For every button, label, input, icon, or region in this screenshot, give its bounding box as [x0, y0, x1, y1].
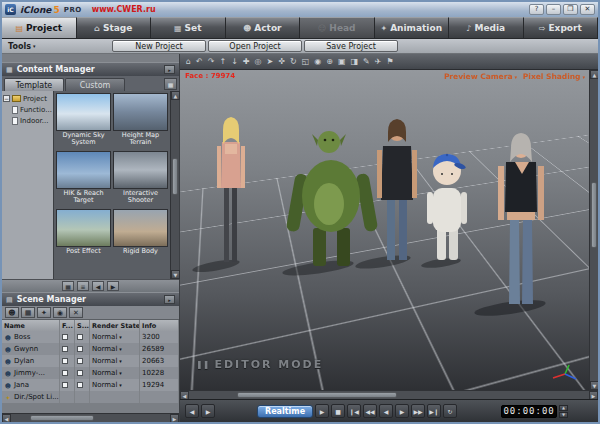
viewport-canvas[interactable]: Face : 79974 Preview Camera ▾ Pixel Shad… [180, 70, 589, 390]
time-spinner-up[interactable]: ▲ [559, 405, 568, 411]
undo-icon[interactable]: ↶ [196, 58, 203, 66]
tab-stage[interactable]: ⌂ Stage [77, 17, 152, 38]
freeze-checkbox[interactable] [62, 370, 68, 376]
column-render-state[interactable]: Render State [90, 320, 140, 331]
tab-export[interactable]: ⇨ Export [524, 17, 599, 38]
filter-camera-icon[interactable]: ◉ [53, 307, 67, 318]
filter-prop-icon[interactable]: ▦ [21, 307, 35, 318]
prev-page-icon[interactable]: ◀ [92, 281, 104, 291]
scroll-track[interactable] [11, 414, 170, 422]
next-key-button[interactable]: ▶▶ [411, 404, 425, 418]
list-view-icon[interactable]: ≡ [77, 281, 89, 291]
table-row[interactable]: Jana Normal ▾ 19294 [2, 379, 179, 391]
move-tool-icon[interactable]: ✜ [278, 58, 285, 66]
tab-project[interactable]: ▤ Project [2, 17, 77, 38]
scale-tool-icon[interactable]: ◱ [302, 58, 310, 66]
character-blonde-woman[interactable] [192, 117, 245, 275]
delete-item-icon[interactable]: ✕ [69, 307, 83, 318]
scroll-thumb[interactable] [172, 158, 178, 195]
scroll-thumb[interactable] [237, 392, 397, 398]
character-baby-blue-cap[interactable] [421, 154, 467, 270]
camera-orbit-icon[interactable]: ◉ [314, 58, 321, 66]
play-button[interactable]: ▶ [315, 404, 329, 418]
tab-actor[interactable]: ☻ Actor [226, 17, 301, 38]
realtime-button[interactable]: Realtime [257, 405, 313, 418]
template-dynamic-sky[interactable]: Dynamic Sky System [56, 93, 111, 149]
tree-expander-icon[interactable]: − [3, 95, 10, 102]
flag-icon[interactable]: ⚑ [386, 58, 393, 66]
pixel-shading-dropdown[interactable]: Pixel Shading ▾ [523, 72, 585, 81]
character-green-creature[interactable] [282, 131, 379, 278]
freeze-checkbox[interactable] [62, 382, 68, 388]
scroll-thumb[interactable] [591, 182, 597, 248]
column-name[interactable]: Name [2, 320, 60, 331]
freeze-checkbox[interactable] [62, 346, 68, 352]
scroll-up-icon[interactable]: ▲ [171, 91, 180, 100]
redo-icon[interactable]: ↷ [208, 58, 215, 66]
scene-manager-menu-button[interactable]: ▸ [164, 295, 175, 304]
timeline-scroll-right-button[interactable]: ▶ [201, 404, 215, 418]
rotate-tool-icon[interactable]: ↻ [290, 58, 297, 66]
time-spinner-down[interactable]: ▼ [559, 412, 568, 418]
scroll-track[interactable] [590, 79, 598, 381]
maximize-button[interactable]: ❐ [563, 4, 578, 15]
next-page-icon[interactable]: ▶ [107, 281, 119, 291]
home-icon[interactable]: ⌂ [186, 58, 191, 66]
scroll-track[interactable] [171, 100, 179, 270]
prev-key-button[interactable]: ◀◀ [363, 404, 377, 418]
open-project-button[interactable]: Open Project [208, 40, 302, 52]
thumbnail-view-icon[interactable]: ▦ [62, 281, 74, 291]
tree-item-indoor[interactable]: Indoor... [3, 115, 52, 126]
table-row[interactable]: Jimmy-... Normal ▾ 10228 [2, 367, 179, 379]
view-mode-icon[interactable]: ▣ [338, 58, 346, 66]
show-checkbox[interactable] [77, 346, 83, 352]
table-row[interactable]: Dir./Spot Li... [2, 391, 179, 403]
render-icon[interactable]: ◨ [351, 58, 359, 66]
template-interactive-shooter[interactable]: Interactive Shooter [113, 151, 168, 207]
scroll-down-icon[interactable]: ▼ [590, 381, 599, 390]
scroll-track[interactable] [189, 391, 589, 399]
template-rigid-body[interactable]: Rigid Body [113, 209, 168, 257]
tree-item-function[interactable]: Functio... [3, 104, 52, 115]
camera-zoom-icon[interactable]: ⊕ [326, 58, 333, 66]
stop-button[interactable]: ■ [331, 404, 345, 418]
table-row[interactable]: Boss Normal ▾ 3200 [2, 331, 179, 343]
filter-light-icon[interactable]: ✦ [37, 307, 51, 318]
prev-frame-button[interactable]: ◀ [379, 404, 393, 418]
freeze-checkbox[interactable] [62, 334, 68, 340]
template-height-map[interactable]: Height Map Terrain [113, 93, 168, 149]
loop-button[interactable]: ↻ [443, 404, 457, 418]
render-state-value[interactable]: Normal [92, 357, 117, 365]
scroll-left-icon[interactable]: ◀ [2, 414, 11, 423]
edit-icon[interactable]: ✎ [363, 58, 370, 66]
filter-actor-icon[interactable]: ☻ [5, 307, 19, 318]
tab-animation[interactable]: ✦ Animation [375, 17, 450, 38]
help-button[interactable]: ? [529, 4, 544, 15]
next-frame-button[interactable]: ▶ [395, 404, 409, 418]
character-woman-gray-hair[interactable] [474, 133, 547, 319]
tab-set[interactable]: ▦ Set [151, 17, 226, 38]
column-freeze[interactable]: F... [60, 320, 75, 331]
column-info[interactable]: Info [140, 320, 179, 331]
show-checkbox[interactable] [77, 382, 83, 388]
view-options-icon[interactable]: ▦ [164, 78, 177, 90]
lower-icon[interactable]: ↓ [231, 58, 238, 66]
render-state-value[interactable]: Normal [92, 369, 117, 377]
close-button[interactable]: ✕ [580, 4, 595, 15]
last-frame-button[interactable]: ▶❙ [427, 404, 441, 418]
link-icon[interactable]: ✚ [243, 58, 250, 66]
scroll-thumb[interactable] [30, 415, 94, 421]
tab-media[interactable]: ♪ Media [449, 17, 524, 38]
table-row[interactable]: Dylan Normal ▾ 20663 [2, 355, 179, 367]
scroll-down-icon[interactable]: ▼ [171, 270, 180, 279]
save-project-button[interactable]: Save Project [304, 40, 398, 52]
render-state-value[interactable]: Normal [92, 381, 117, 389]
tab-custom[interactable]: Custom [65, 78, 125, 91]
first-frame-button[interactable]: ❙◀ [347, 404, 361, 418]
show-checkbox[interactable] [77, 334, 83, 340]
show-checkbox[interactable] [77, 370, 83, 376]
tab-head[interactable]: ☺ Head [300, 17, 375, 38]
new-project-button[interactable]: New Project [112, 40, 206, 52]
template-hik-reach[interactable]: HIK & Reach Target [56, 151, 111, 207]
template-post-effect[interactable]: Post Effect [56, 209, 111, 257]
